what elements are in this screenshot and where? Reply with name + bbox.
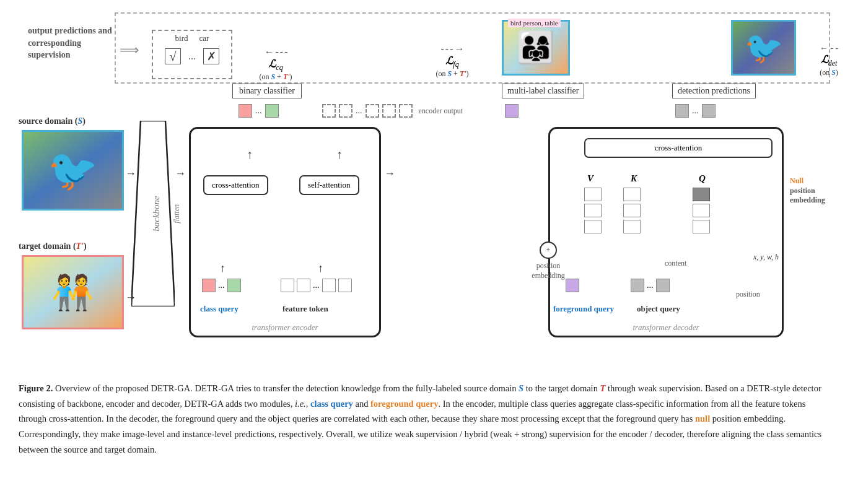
loss-fq-area: - - - → ℒfq (on S + T') bbox=[412, 43, 493, 79]
enc-sq-2 bbox=[339, 104, 352, 118]
v-sq3 bbox=[584, 220, 602, 233]
encoder-output-squares: ... encoder output bbox=[322, 104, 463, 118]
transformer-decoder-block: cross-attention V K Q bbox=[548, 127, 784, 337]
multi-label-classifier-box: multi-label classifier bbox=[502, 84, 584, 98]
transformer-encoder-block: cross-attention self-attention ↑ ↑ ... .… bbox=[189, 127, 381, 337]
x-symbol: ✗ bbox=[203, 48, 219, 64]
up-arrow-cq: ↑ bbox=[220, 262, 225, 275]
bird-top-right-img: 🐦 bbox=[731, 20, 796, 76]
binary-classifier-box: binary classifier bbox=[232, 84, 302, 98]
target-domain-label: target domain (T') bbox=[19, 241, 87, 251]
enc-sq-3 bbox=[366, 104, 379, 118]
scene-people-img: 👨‍👩‍👧 bbox=[502, 20, 570, 76]
v-sq1 bbox=[584, 188, 602, 201]
caption-foreground-query: foreground query bbox=[370, 399, 438, 409]
cross-attention-decoder-box: cross-attention bbox=[584, 138, 773, 158]
encoder-output-label: encoder output bbox=[419, 106, 463, 116]
dec-gray2 bbox=[656, 279, 670, 292]
gray-sq-1 bbox=[675, 104, 689, 118]
ft-sq4 bbox=[338, 279, 352, 292]
caption-t: T bbox=[600, 383, 606, 393]
target-scene-img: 🧑‍🤝‍🧑 bbox=[22, 255, 124, 329]
car-label: car bbox=[199, 33, 209, 43]
caption-class-query: class query bbox=[310, 399, 353, 409]
dec-bottom-right: ... bbox=[631, 279, 670, 292]
cross-attention-box: cross-attention bbox=[203, 175, 268, 195]
pink-sq-1 bbox=[239, 104, 252, 118]
xyWH-label: x, y, w, h bbox=[753, 253, 779, 262]
dashed-arrow-left: ← - - - bbox=[265, 46, 287, 58]
dots-1: ... bbox=[255, 106, 262, 116]
bird-big-icon: 🐦 bbox=[48, 147, 98, 194]
dots-symbol: ... bbox=[188, 51, 196, 62]
arrow-target-to-backbone: → bbox=[125, 291, 136, 304]
ft-sq3 bbox=[322, 279, 336, 292]
backbone-svg: backbone bbox=[131, 121, 175, 306]
k-squares bbox=[623, 188, 641, 233]
loss-det-area: ← - - ℒdet (on S) bbox=[801, 43, 845, 77]
ft-sq2 bbox=[297, 279, 310, 292]
flatten-label: flatten bbox=[172, 204, 182, 224]
arrow-to-encoder: → bbox=[175, 167, 186, 180]
fig-label: Figure 2. bbox=[19, 383, 53, 393]
up-arrow-encoder: ↑ bbox=[247, 147, 253, 162]
self-attention-box: self-attention bbox=[299, 175, 359, 195]
bird-label: bird bbox=[175, 33, 188, 43]
k-sq1 bbox=[623, 188, 641, 201]
loss-cq-label: ℒcq bbox=[268, 58, 282, 72]
caption-area: Figure 2. Overview of the proposed DETR-… bbox=[19, 381, 826, 457]
caption-null: null bbox=[695, 414, 710, 424]
object-query-label: object query bbox=[637, 304, 680, 314]
dashed-arrow-right: - - - → bbox=[441, 43, 464, 54]
decoder-bottom-label: transformer decoder bbox=[633, 323, 699, 332]
q-sq3 bbox=[693, 220, 710, 233]
dec-dots: ... bbox=[647, 280, 654, 290]
class-query-row: ... bbox=[202, 279, 241, 292]
feature-token-label: feature token bbox=[282, 304, 328, 314]
output-pred-box: bird car √ ... ✗ bbox=[152, 30, 232, 79]
source-domain-label: source domain (S) bbox=[19, 116, 85, 126]
multi-label-squares bbox=[505, 104, 519, 118]
enc-sq-1 bbox=[322, 104, 336, 118]
dashed-arrow-det: ← - - bbox=[820, 43, 838, 53]
v-squares bbox=[584, 188, 602, 233]
enc-sq-4 bbox=[382, 104, 396, 118]
loss-cq-area: ← - - - ℒcq (on S + T') bbox=[239, 46, 313, 82]
scene-icon: 👨‍👩‍👧 bbox=[517, 30, 555, 66]
output-label: output predictions and corresponding sup… bbox=[28, 25, 118, 61]
arrow-enc-to-dec: → bbox=[384, 167, 395, 180]
cq-dots: ... bbox=[218, 280, 225, 290]
encoder-bottom-label: transformer encoder bbox=[252, 323, 318, 332]
class-query-label: class query bbox=[200, 304, 239, 314]
caption-s: S bbox=[519, 383, 523, 393]
check-symbol: √ bbox=[165, 48, 181, 64]
bird-person-table-label: bird person, table bbox=[508, 19, 561, 27]
dec-purple bbox=[566, 279, 579, 292]
loss-cq-on: (on S + T') bbox=[259, 72, 292, 82]
up-arrow-encoder2: ↑ bbox=[336, 147, 343, 162]
purple-sq-1 bbox=[505, 104, 519, 118]
q-squares bbox=[693, 188, 710, 233]
symbols-row: √ ... ✗ bbox=[165, 48, 219, 64]
loss-det-label: ℒdet bbox=[821, 53, 838, 68]
gray-sq-2 bbox=[702, 104, 716, 118]
null-pos-label: Null positionembedding bbox=[790, 176, 825, 206]
svg-text:backbone: backbone bbox=[151, 196, 161, 232]
binary-classifier-squares: ... bbox=[239, 104, 279, 118]
cq-pink bbox=[202, 279, 216, 292]
dots-det: ... bbox=[692, 106, 699, 116]
arrow-to-backbone: → bbox=[125, 167, 136, 180]
q-label: Q bbox=[699, 173, 706, 184]
feature-token-row: ... bbox=[281, 279, 352, 292]
position-embedding-area: + position embedding bbox=[527, 241, 570, 280]
loss-det-on: (on S) bbox=[820, 68, 838, 77]
q-sq-dark bbox=[693, 188, 710, 201]
backbone-area: backbone bbox=[131, 121, 175, 306]
loss-fq-label: ℒfq bbox=[445, 54, 458, 69]
dec-bottom-left bbox=[566, 279, 579, 292]
source-bird-img: 🐦 bbox=[22, 130, 124, 211]
q-sq2 bbox=[693, 204, 710, 217]
v-sq2 bbox=[584, 204, 602, 217]
diagram-area: output predictions and corresponding sup… bbox=[19, 12, 830, 371]
right-arrow-icon: ⟹ bbox=[120, 42, 139, 58]
